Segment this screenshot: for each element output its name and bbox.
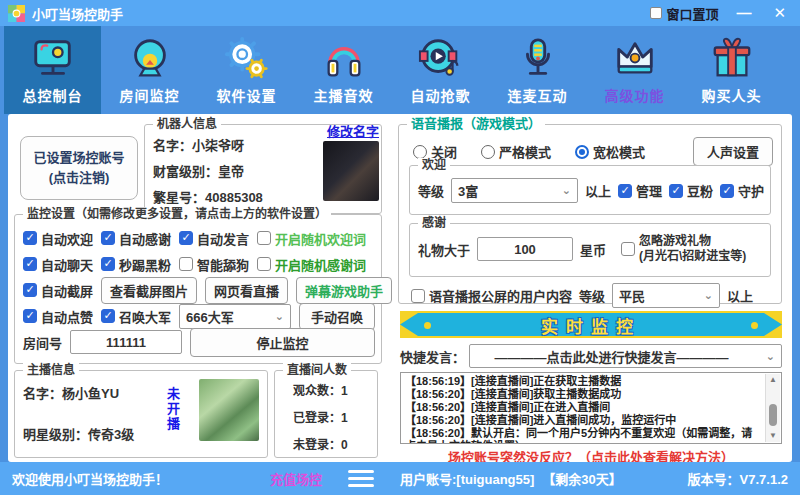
checkbox-box	[23, 257, 37, 271]
welcome-level-select[interactable]: 3富⌄	[451, 178, 578, 203]
radio-circle	[575, 145, 589, 159]
room-number-label: 房间号	[23, 333, 62, 352]
public-level-label: 等级	[579, 286, 605, 305]
log-line: 【18:56:20】[连接直播间]进入直播间成功，监控运行中	[405, 414, 761, 427]
minimize-button[interactable]: —	[732, 0, 755, 26]
remaining-days-text: 【剩余30天】	[542, 469, 621, 488]
room-count-title: 直播间人数	[283, 363, 351, 377]
anchor-info-group: 主播信息 名字：杨小鱼YU 明星级别：传奇3级 未开播	[14, 370, 268, 458]
stop-monitor-button[interactable]: 停止监控	[190, 328, 375, 357]
checkbox-auto-chat[interactable]: 自动聊天	[23, 255, 93, 274]
room-count-group: 直播间人数 观众数：1 已登录：1 未登录：0	[274, 370, 378, 458]
checkbox-box	[411, 289, 425, 303]
checkbox-box	[720, 184, 734, 198]
checkbox-box	[179, 257, 193, 271]
gift-threshold-input[interactable]	[477, 237, 573, 261]
checkbox-box	[257, 231, 271, 245]
chevron-down-icon: ⌄	[562, 184, 571, 197]
pin-window-checkbox[interactable]: 窗口置顶	[650, 4, 718, 23]
tab-advanced-features[interactable]: 高级功能	[586, 26, 683, 114]
monitor-settings-title: 监控设置（如需修改更多设置，请点击上方的软件设置）	[23, 207, 331, 221]
radio-loose-mode[interactable]: 宽松模式	[575, 142, 645, 161]
checkbox-box	[650, 7, 662, 19]
gear-icon	[224, 36, 270, 82]
thanks-group: 感谢 礼物大于 星币 忽略游戏礼物(月光石\招财进宝等)	[409, 223, 771, 277]
star-coin-label: 星币	[580, 240, 606, 259]
room-monitor-icon	[127, 36, 173, 82]
manual-summon-button[interactable]: 手动召唤	[299, 303, 375, 330]
console-icon	[30, 36, 76, 82]
checkbox-box	[101, 309, 115, 323]
voice-broadcast-group: 语音播报（游戏模式） 关闭 严格模式 宽松模式 人声设置 欢迎 等级 3富⌄ 以…	[398, 124, 782, 304]
checkbox-fan[interactable]: 豆粉	[669, 181, 713, 200]
tab-main-console[interactable]: 总控制台	[4, 26, 101, 114]
checkbox-box	[179, 231, 193, 245]
checkbox-auto-thanks[interactable]: 自动感谢	[101, 229, 171, 248]
view-screenshot-button[interactable]: 查看截屏图片	[101, 277, 197, 304]
army-select[interactable]: 666大军⌄	[179, 304, 291, 329]
status-welcome-text: 欢迎使用小叮当场控助手！	[12, 462, 168, 495]
checkbox-smart-dog[interactable]: 智能舔狗	[179, 255, 249, 274]
checkbox-summon-army[interactable]: 召唤大军	[101, 307, 171, 326]
viewer-count: 观众数：1	[293, 381, 377, 398]
checkbox-box	[23, 309, 37, 323]
hamburger-menu-icon[interactable]	[348, 462, 374, 495]
crown-icon	[612, 36, 658, 82]
radio-circle	[413, 145, 427, 159]
headphones-icon	[321, 36, 367, 82]
checkbox-admin[interactable]: 管理	[618, 181, 662, 200]
welcome-group: 欢迎 等级 3富⌄ 以上 管理 豆粉 守护	[409, 165, 771, 215]
public-level-select[interactable]: 平民⌄	[612, 283, 720, 308]
radio-strict-mode[interactable]: 严格模式	[481, 142, 551, 161]
checkbox-auto-welcome[interactable]: 自动欢迎	[23, 229, 93, 248]
checkbox-auto-screenshot[interactable]: 自动截屏	[23, 281, 93, 300]
checkbox-kick-blackfans[interactable]: 秒踢黑粉	[101, 255, 171, 274]
scroll-down-icon[interactable]: ▼	[766, 430, 780, 442]
checkbox-box	[23, 283, 37, 297]
tab-room-monitor[interactable]: 房间监控	[101, 26, 198, 114]
scrollbar-thumb[interactable]	[769, 404, 777, 426]
checkbox-auto-speak[interactable]: 自动发言	[179, 229, 249, 248]
recharge-link[interactable]: 充值场控	[270, 462, 322, 495]
user-account-text: 用户账号:[tuiguang55]	[400, 469, 534, 488]
checkbox-auto-like[interactable]: 自动点赞	[23, 307, 93, 326]
tab-mic-interaction[interactable]: 连麦互动	[489, 26, 586, 114]
tab-auto-grab-song[interactable]: 自动抢歌	[392, 26, 489, 114]
checkbox-box	[618, 184, 632, 198]
web-live-button[interactable]: 网页看直播	[205, 277, 288, 304]
welcome-above-label: 以上	[585, 181, 611, 200]
checkbox-guard[interactable]: 守护	[720, 181, 764, 200]
log-line: 【18:56:19】[连接直播间]正在获取主播数据	[405, 375, 761, 388]
danmu-game-button[interactable]: 弹幕游戏助手	[296, 277, 392, 304]
log-scrollbar[interactable]: ▲ ▼	[765, 374, 780, 442]
close-button[interactable]: ✕	[769, 0, 790, 26]
checkbox-box	[23, 231, 37, 245]
version-text: 版本号：V7.7.1.2	[688, 462, 788, 495]
tab-software-settings[interactable]: 软件设置	[198, 26, 295, 114]
checkbox-box	[669, 184, 683, 198]
checkbox-random-thanks[interactable]: 开启随机感谢词	[257, 255, 366, 274]
quick-speak-select[interactable]: ————点击此处进行快捷发言———— ⌄	[469, 344, 782, 368]
voice-settings-button[interactable]: 人声设置	[693, 137, 773, 166]
log-line: 【18:56:20】[连接直播间]获取主播数据成功	[405, 388, 761, 401]
checkbox-random-welcome[interactable]: 开启随机欢迎词	[257, 229, 366, 248]
log-line: 【18:56:20】默认开启：同一个用户5分钟内不重复欢迎（如需调整，请点击最上…	[405, 427, 761, 444]
tab-buy-heads[interactable]: 购买人头	[683, 26, 780, 114]
logged-in-count: 已登录：1	[293, 408, 377, 425]
checkbox-ignore-game-gifts[interactable]: 忽略游戏礼物(月光石\招财进宝等)	[621, 234, 746, 264]
quick-speak-label: 快捷发言：	[400, 347, 465, 366]
music-disc-icon	[418, 36, 464, 82]
checkbox-box	[621, 242, 635, 256]
gift-icon	[709, 36, 755, 82]
room-number-input[interactable]	[70, 330, 182, 354]
app-title: 小叮当场控助手	[32, 4, 123, 23]
account-logout-button[interactable]: 已设置场控账号 (点击注销)	[20, 136, 138, 200]
gift-greater-label: 礼物大于	[418, 240, 470, 259]
edit-name-link[interactable]: 修改名字	[327, 121, 379, 140]
app-logo-icon	[8, 5, 25, 22]
main-toolbar: 总控制台 房间监控	[0, 26, 800, 114]
thanks-title: 感谢	[418, 216, 450, 230]
checkbox-voice-public-screen[interactable]: 语音播报公屏的用户内容	[411, 286, 572, 305]
tab-anchor-sound[interactable]: 主播音效	[295, 26, 392, 114]
scroll-up-icon[interactable]: ▲	[766, 374, 780, 386]
